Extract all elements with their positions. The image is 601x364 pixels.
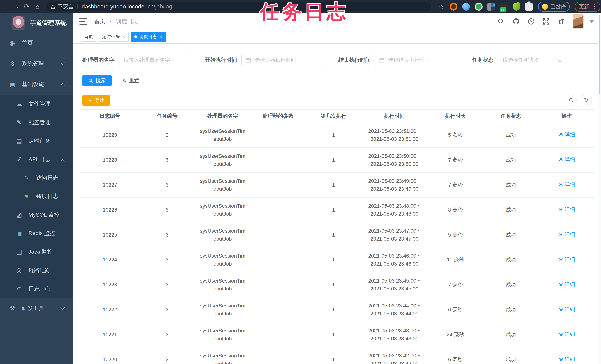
scrollbar-thumb[interactable]	[599, 15, 601, 94]
browser-extension-icon-5[interactable]	[500, 3, 508, 10]
sidebar-item-tracing[interactable]: ◎ 链路追踪	[0, 261, 73, 279]
sidebar-item-files[interactable]: ☁ 文件管理	[0, 95, 73, 113]
status-text: 成功	[483, 231, 539, 239]
paused-badge[interactable]: 已暂停	[538, 2, 570, 12]
sidebar-item-java-monitor[interactable]: ◫ Java 监控	[0, 243, 73, 261]
end-time-field-wrap	[375, 54, 457, 66]
reload-icon[interactable]: ⟳	[21, 3, 32, 10]
fullscreen-icon[interactable]	[542, 17, 550, 26]
browser-extension-icon-1[interactable]	[450, 3, 457, 10]
table-row: 10223 3 sysUserSessionTimeoutJob 1 2021-…	[80, 272, 595, 297]
detail-link[interactable]: 详细	[559, 280, 575, 288]
sidebar-item-redis-monitor[interactable]: ▥ Redis 监控	[0, 224, 73, 243]
sidebar-item-error-log[interactable]: ✎ 错误日志	[0, 187, 73, 205]
active-tab-dot	[134, 35, 137, 38]
job-status-select-wrap	[498, 54, 566, 66]
handler-name-input[interactable]	[119, 54, 190, 66]
security-label[interactable]: 不安全	[58, 3, 74, 10]
detail-link[interactable]: 详细	[559, 330, 575, 338]
sidebar-item-cron-job[interactable]: ▤ 定时任务	[0, 131, 73, 150]
sidebar-item-mysql-monitor[interactable]: ▨ MySQL 监控	[0, 205, 73, 224]
status-text: 成功	[483, 306, 539, 313]
status-text: 成功	[483, 256, 539, 264]
browser-extension-icon-2[interactable]	[462, 3, 470, 10]
chevron-down-icon	[60, 305, 65, 310]
browser-extension-icon-4[interactable]	[487, 3, 495, 10]
forward-icon[interactable]: →	[11, 3, 21, 10]
close-icon[interactable]: ×	[122, 34, 125, 39]
update-button[interactable]: 更新 ⋮	[575, 2, 601, 12]
github-icon[interactable]	[512, 17, 520, 26]
status-text: 成功	[483, 206, 539, 214]
close-icon[interactable]: ×	[160, 34, 162, 39]
search-form: 处理器的名字 开始执行时间 结束执行时间 任务状态	[82, 54, 601, 66]
chevron-down-icon	[60, 61, 65, 65]
handler-name-field-wrap	[119, 54, 190, 66]
sidebar-item-api-log[interactable]: ✐ API 日志	[0, 150, 73, 169]
hamburger-icon[interactable]	[80, 18, 87, 25]
sidebar-item-dev-tools[interactable]: ⚒ 研发工具	[0, 298, 73, 319]
sidebar: 芋道管理系统 ◉ 首页 ⚙ 系统管理 ▣ 基础设施 ☁ 文件管理 ✎ 配置管理	[0, 13, 73, 364]
puzzle-extension-icon[interactable]	[525, 3, 533, 10]
browser-extension-icon-6[interactable]	[511, 2, 521, 11]
home-icon[interactable]: ⌂	[32, 3, 43, 10]
app-logo-row[interactable]: 芋道管理系统	[0, 13, 73, 32]
browser-menu-icon[interactable]: ⋮	[592, 4, 597, 10]
status-text: 成功	[483, 181, 539, 189]
bookmark-star-icon[interactable]: ☆	[436, 3, 446, 10]
end-time-input[interactable]	[375, 54, 457, 66]
address-bar[interactable]: ⚠ 不安全 dashboard.yudao.iocoder.cn /job/lo…	[45, 2, 431, 11]
page-title-overlay: 任务日志	[260, 0, 349, 25]
layers-icon: ▥	[16, 230, 24, 237]
reset-button[interactable]: ↻ 重置	[117, 75, 145, 86]
detail-link[interactable]: 详细	[559, 230, 575, 238]
job-status-select[interactable]	[498, 54, 566, 66]
help-icon[interactable]	[527, 17, 535, 26]
status-text: 成功	[483, 355, 539, 364]
table-body: 10229 3 sysUserSessionTimeoutJob 1 2021-…	[80, 123, 595, 364]
refresh-icon: ↻	[584, 97, 588, 103]
status-text: 成功	[483, 331, 539, 338]
search-button[interactable]: 搜索	[82, 75, 112, 86]
search-icon[interactable]	[497, 17, 505, 26]
calendar-icon	[246, 58, 251, 64]
font-size-icon[interactable]: tT	[557, 17, 566, 26]
sidebar-item-config[interactable]: ✎ 配置管理	[0, 113, 73, 131]
detail-link[interactable]: 详细	[559, 355, 575, 363]
detail-link[interactable]: 详细	[559, 131, 575, 139]
avatar[interactable]	[572, 14, 584, 29]
log-edit-icon: ✐	[16, 156, 24, 163]
sidebar-item-infrastructure[interactable]: ▣ 基础设施	[0, 74, 73, 95]
job-status-label: 任务状态	[472, 56, 493, 64]
caret-down-icon[interactable]	[590, 20, 594, 23]
scrollbar[interactable]	[598, 13, 601, 364]
browser-extension-icon-3[interactable]	[475, 3, 482, 10]
detail-link[interactable]: 详细	[559, 255, 575, 263]
refresh-button[interactable]: ↻	[581, 95, 592, 106]
hide-search-button[interactable]	[566, 95, 577, 106]
sidebar-item-log-center[interactable]: ✐ 日志中心	[0, 279, 73, 298]
tab-job-log[interactable]: 调度日志 ×	[131, 32, 166, 41]
detail-link[interactable]: 详细	[559, 305, 575, 313]
tab-home[interactable]: 首页	[80, 32, 96, 41]
sidebar-item-system[interactable]: ⚙ 系统管理	[0, 53, 73, 74]
monitor-icon: ▣	[10, 81, 18, 88]
sidebar-item-home[interactable]: ◉ 首页	[0, 32, 73, 53]
app-logo	[12, 16, 25, 30]
job-icon: ▤	[16, 137, 24, 144]
log-edit-icon: ✐	[16, 285, 24, 292]
detail-link[interactable]: 详细	[559, 181, 575, 189]
job-log-table: 日志编号 任务编号 处理器的名字 处理器的参数 第几次执行 执行时间 执行时长 …	[80, 109, 595, 364]
detail-link[interactable]: 详细	[559, 156, 575, 163]
sidebar-item-access-log[interactable]: ✎ 访问日志	[0, 169, 73, 187]
back-icon[interactable]: ←	[0, 3, 11, 10]
start-time-input[interactable]	[241, 54, 324, 66]
tags-view-bar: 首页 定时任务 × 调度日志 ×	[73, 30, 601, 44]
export-button[interactable]: 导出	[82, 95, 110, 106]
cloud-upload-icon: ☁	[16, 100, 24, 108]
tab-cron-job[interactable]: 定时任务 ×	[99, 32, 129, 41]
main-content: 处理器的名字 开始执行时间 结束执行时间 任务状态	[73, 44, 601, 364]
breadcrumb-home[interactable]: 首页	[94, 18, 105, 24]
detail-link[interactable]: 详细	[559, 205, 575, 213]
form-actions: 搜索 ↻ 重置	[82, 75, 601, 86]
